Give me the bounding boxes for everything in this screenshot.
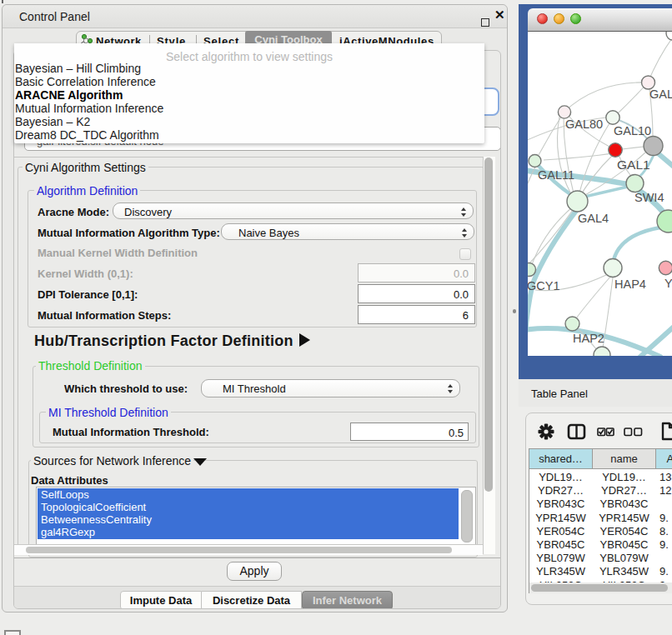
- svg-text:GCY1: GCY1: [528, 279, 560, 292]
- svg-text:YJR: YJR: [664, 277, 672, 290]
- svg-text:GAL7: GAL7: [649, 88, 672, 101]
- svg-text:HAP2: HAP2: [573, 332, 604, 345]
- svg-text:GAL11: GAL11: [538, 168, 574, 182]
- svg-text:GAL4: GAL4: [578, 212, 609, 225]
- svg-text:SWI4: SWI4: [634, 191, 664, 204]
- svg-text:HAP4: HAP4: [614, 278, 646, 291]
- svg-text:GAL10: GAL10: [614, 124, 651, 138]
- svg-text:GAL1: GAL1: [617, 158, 650, 172]
- svg-text:GAL80: GAL80: [565, 118, 603, 131]
